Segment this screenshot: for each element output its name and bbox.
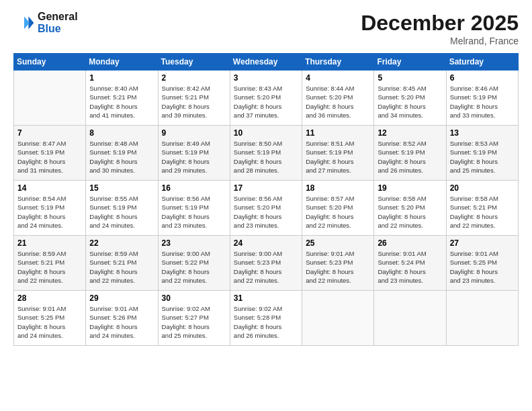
calendar-cell: 13Sunrise: 8:53 AM Sunset: 5:19 PM Dayli…	[446, 126, 518, 181]
day-number: 2	[162, 73, 226, 83]
day-number: 7	[17, 128, 82, 138]
day-info: Sunrise: 8:59 AM Sunset: 5:21 PM Dayligh…	[89, 249, 154, 285]
day-number: 23	[162, 238, 226, 248]
day-info: Sunrise: 9:02 AM Sunset: 5:28 PM Dayligh…	[234, 304, 298, 340]
calendar-cell: 28Sunrise: 9:01 AM Sunset: 5:25 PM Dayli…	[14, 291, 86, 346]
calendar-cell: 8Sunrise: 8:48 AM Sunset: 5:19 PM Daylig…	[86, 126, 158, 181]
calendar-cell: 22Sunrise: 8:59 AM Sunset: 5:21 PM Dayli…	[86, 236, 158, 291]
day-number: 25	[306, 238, 370, 248]
day-info: Sunrise: 8:42 AM Sunset: 5:21 PM Dayligh…	[162, 84, 226, 120]
calendar-table: SundayMondayTuesdayWednesdayThursdayFrid…	[13, 53, 519, 346]
day-number: 29	[89, 293, 154, 303]
day-info: Sunrise: 8:56 AM Sunset: 5:20 PM Dayligh…	[234, 194, 298, 230]
day-info: Sunrise: 9:02 AM Sunset: 5:27 PM Dayligh…	[162, 304, 226, 340]
calendar-cell: 23Sunrise: 9:00 AM Sunset: 5:22 PM Dayli…	[158, 236, 230, 291]
calendar-week-row: 7Sunrise: 8:47 AM Sunset: 5:19 PM Daylig…	[14, 126, 519, 181]
day-info: Sunrise: 8:58 AM Sunset: 5:21 PM Dayligh…	[450, 194, 515, 230]
calendar-cell: 10Sunrise: 8:50 AM Sunset: 5:19 PM Dayli…	[230, 126, 302, 181]
day-number: 4	[306, 73, 370, 83]
page: General Blue December 2025 Melrand, Fran…	[0, 0, 532, 411]
day-number: 30	[162, 293, 226, 303]
day-number: 8	[89, 128, 154, 138]
calendar-cell	[302, 291, 374, 346]
calendar-cell: 30Sunrise: 9:02 AM Sunset: 5:27 PM Dayli…	[158, 291, 230, 346]
day-info: Sunrise: 8:52 AM Sunset: 5:19 PM Dayligh…	[378, 139, 442, 175]
day-number: 1	[89, 73, 154, 83]
day-number: 11	[306, 128, 370, 138]
day-number: 19	[378, 183, 442, 193]
day-number: 9	[162, 128, 226, 138]
calendar-cell: 16Sunrise: 8:56 AM Sunset: 5:19 PM Dayli…	[158, 181, 230, 236]
calendar-cell: 6Sunrise: 8:46 AM Sunset: 5:19 PM Daylig…	[446, 71, 518, 126]
calendar-cell: 24Sunrise: 9:00 AM Sunset: 5:23 PM Dayli…	[230, 236, 302, 291]
day-number: 15	[89, 183, 154, 193]
calendar-week-row: 14Sunrise: 8:54 AM Sunset: 5:19 PM Dayli…	[14, 181, 519, 236]
weekday-header: Thursday	[302, 54, 374, 71]
day-number: 24	[234, 238, 298, 248]
calendar-cell	[374, 291, 446, 346]
logo-text: General Blue	[38, 11, 78, 34]
calendar-cell: 15Sunrise: 8:55 AM Sunset: 5:19 PM Dayli…	[86, 181, 158, 236]
logo-icon	[13, 12, 35, 34]
calendar-cell: 17Sunrise: 8:56 AM Sunset: 5:20 PM Dayli…	[230, 181, 302, 236]
calendar-cell: 20Sunrise: 8:58 AM Sunset: 5:21 PM Dayli…	[446, 181, 518, 236]
calendar-cell: 25Sunrise: 9:01 AM Sunset: 5:23 PM Dayli…	[302, 236, 374, 291]
day-info: Sunrise: 8:50 AM Sunset: 5:19 PM Dayligh…	[234, 139, 298, 175]
calendar-cell: 18Sunrise: 8:57 AM Sunset: 5:20 PM Dayli…	[302, 181, 374, 236]
day-number: 26	[378, 238, 442, 248]
day-info: Sunrise: 9:01 AM Sunset: 5:23 PM Dayligh…	[306, 249, 370, 285]
day-number: 12	[378, 128, 442, 138]
day-info: Sunrise: 8:47 AM Sunset: 5:19 PM Dayligh…	[17, 139, 82, 175]
calendar-cell: 31Sunrise: 9:02 AM Sunset: 5:28 PM Dayli…	[230, 291, 302, 346]
day-info: Sunrise: 9:01 AM Sunset: 5:26 PM Dayligh…	[89, 304, 154, 340]
calendar-cell: 21Sunrise: 8:59 AM Sunset: 5:21 PM Dayli…	[14, 236, 86, 291]
day-info: Sunrise: 8:51 AM Sunset: 5:19 PM Dayligh…	[306, 139, 370, 175]
weekday-header: Wednesday	[230, 54, 302, 71]
calendar-cell: 29Sunrise: 9:01 AM Sunset: 5:26 PM Dayli…	[86, 291, 158, 346]
header: General Blue December 2025 Melrand, Fran…	[13, 11, 519, 46]
day-number: 21	[17, 238, 82, 248]
day-number: 28	[17, 293, 82, 303]
day-number: 6	[450, 73, 515, 83]
day-info: Sunrise: 8:40 AM Sunset: 5:21 PM Dayligh…	[89, 84, 154, 120]
day-info: Sunrise: 8:45 AM Sunset: 5:20 PM Dayligh…	[378, 84, 442, 120]
calendar-cell: 3Sunrise: 8:43 AM Sunset: 5:20 PM Daylig…	[230, 71, 302, 126]
day-number: 3	[234, 73, 298, 83]
day-number: 22	[89, 238, 154, 248]
weekday-header: Tuesday	[158, 54, 230, 71]
day-info: Sunrise: 8:59 AM Sunset: 5:21 PM Dayligh…	[17, 249, 82, 285]
day-number: 16	[162, 183, 226, 193]
weekday-header: Sunday	[14, 54, 86, 71]
day-number: 17	[234, 183, 298, 193]
day-info: Sunrise: 8:56 AM Sunset: 5:19 PM Dayligh…	[162, 194, 226, 230]
day-info: Sunrise: 8:46 AM Sunset: 5:19 PM Dayligh…	[450, 84, 515, 120]
day-number: 27	[450, 238, 515, 248]
calendar-cell: 27Sunrise: 9:01 AM Sunset: 5:25 PM Dayli…	[446, 236, 518, 291]
day-info: Sunrise: 9:00 AM Sunset: 5:22 PM Dayligh…	[162, 249, 226, 285]
day-info: Sunrise: 8:58 AM Sunset: 5:20 PM Dayligh…	[378, 194, 442, 230]
day-info: Sunrise: 9:01 AM Sunset: 5:25 PM Dayligh…	[450, 249, 515, 285]
weekday-header: Saturday	[446, 54, 518, 71]
month-title: December 2025	[361, 11, 519, 36]
calendar-header-row: SundayMondayTuesdayWednesdayThursdayFrid…	[14, 54, 519, 71]
calendar-cell: 26Sunrise: 9:01 AM Sunset: 5:24 PM Dayli…	[374, 236, 446, 291]
calendar-week-row: 28Sunrise: 9:01 AM Sunset: 5:25 PM Dayli…	[14, 291, 519, 346]
day-info: Sunrise: 9:01 AM Sunset: 5:25 PM Dayligh…	[17, 304, 82, 340]
calendar-week-row: 1Sunrise: 8:40 AM Sunset: 5:21 PM Daylig…	[14, 71, 519, 126]
calendar-cell: 4Sunrise: 8:44 AM Sunset: 5:20 PM Daylig…	[302, 71, 374, 126]
day-number: 20	[450, 183, 515, 193]
logo: General Blue	[13, 11, 78, 34]
calendar-cell: 2Sunrise: 8:42 AM Sunset: 5:21 PM Daylig…	[158, 71, 230, 126]
day-info: Sunrise: 8:55 AM Sunset: 5:19 PM Dayligh…	[89, 194, 154, 230]
day-number: 5	[378, 73, 442, 83]
calendar-cell: 19Sunrise: 8:58 AM Sunset: 5:20 PM Dayli…	[374, 181, 446, 236]
title-block: December 2025 Melrand, France	[361, 11, 519, 46]
day-info: Sunrise: 8:44 AM Sunset: 5:20 PM Dayligh…	[306, 84, 370, 120]
weekday-header: Monday	[86, 54, 158, 71]
day-info: Sunrise: 8:53 AM Sunset: 5:19 PM Dayligh…	[450, 139, 515, 175]
day-info: Sunrise: 8:48 AM Sunset: 5:19 PM Dayligh…	[89, 139, 154, 175]
calendar-cell: 1Sunrise: 8:40 AM Sunset: 5:21 PM Daylig…	[86, 71, 158, 126]
calendar-cell: 12Sunrise: 8:52 AM Sunset: 5:19 PM Dayli…	[374, 126, 446, 181]
calendar-cell	[446, 291, 518, 346]
day-info: Sunrise: 9:00 AM Sunset: 5:23 PM Dayligh…	[234, 249, 298, 285]
